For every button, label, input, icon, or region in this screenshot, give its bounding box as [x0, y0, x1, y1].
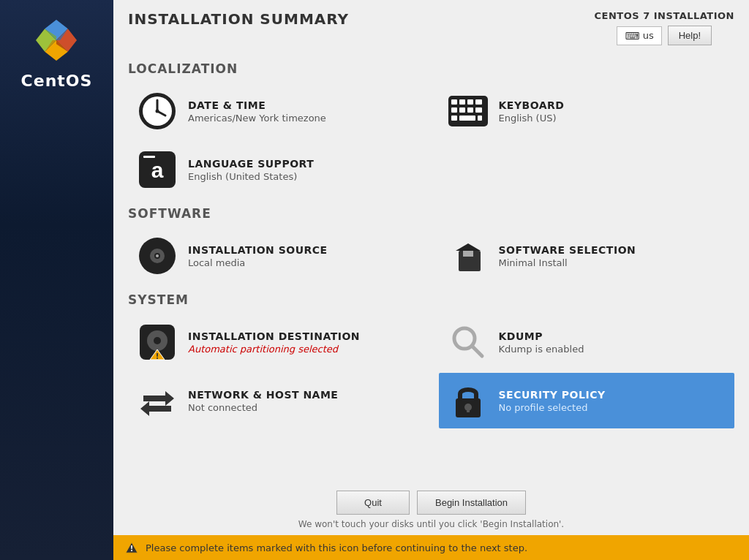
kdump-subtitle: Kdump is enabled [499, 344, 584, 355]
software-selection-subtitle: Minimal Install [499, 257, 636, 268]
date-time-title: DATE & TIME [188, 99, 326, 111]
system-grid: ! INSTALLATION DESTINATION Automatic par… [128, 314, 734, 428]
svg-text:!: ! [130, 545, 134, 553]
centos-logo: CentOS [21, 15, 93, 90]
sidebar: CentOS [0, 0, 113, 560]
keyboard-small-icon: ⌨ [625, 30, 639, 42]
content-area: INSTALLATION SUMMARY CENTOS 7 INSTALLATI… [113, 0, 749, 560]
installation-destination-text: INSTALLATION DESTINATION Automatic parti… [188, 330, 360, 355]
lang-badge[interactable]: ⌨ us [617, 26, 661, 45]
page-title: INSTALLATION SUMMARY [128, 10, 349, 28]
kdump-title: KDUMP [499, 330, 584, 342]
section-software-label: SOFTWARE [128, 206, 734, 221]
installation-destination-icon: ! [137, 322, 178, 363]
warning-bar: ! Please complete items marked with this… [113, 535, 749, 560]
warning-icon: ! [125, 541, 138, 554]
security-policy-subtitle: No profile selected [499, 402, 606, 413]
security-policy-item[interactable]: SECURITY POLICY No profile selected [439, 373, 735, 428]
language-support-subtitle: English (United States) [188, 171, 314, 182]
installation-destination-title: INSTALLATION DESTINATION [188, 330, 360, 342]
svg-rect-27 [143, 156, 155, 158]
svg-rect-14 [451, 99, 457, 105]
svg-line-41 [472, 346, 482, 356]
centos-gem-icon [31, 15, 82, 66]
help-button[interactable]: Help! [668, 26, 712, 45]
svg-rect-15 [459, 99, 465, 105]
svg-marker-33 [456, 243, 481, 251]
section-system-label: SYSTEM [128, 292, 734, 307]
installation-source-title: INSTALLATION SOURCE [188, 244, 328, 256]
software-selection-icon [448, 235, 489, 276]
installation-source-item[interactable]: INSTALLATION SOURCE Local media [128, 228, 424, 284]
date-time-text: DATE & TIME Americas/New York timezone [188, 99, 326, 124]
scroll-content: LOCALIZATION DATE & TIME [113, 53, 749, 483]
installation-source-icon [137, 235, 178, 276]
network-hostname-title: NETWORK & HOST NAME [188, 389, 338, 401]
security-policy-text: SECURITY POLICY No profile selected [499, 389, 606, 413]
security-policy-icon [448, 380, 489, 421]
date-time-icon [137, 91, 178, 132]
software-selection-item[interactable]: SOFTWARE SELECTION Minimal Install [439, 228, 735, 284]
lang-value: us [643, 30, 654, 41]
keyboard-item[interactable]: KEYBOARD English (US) [439, 83, 735, 139]
keyboard-title: KEYBOARD [499, 99, 565, 111]
svg-point-31 [156, 254, 159, 257]
brand-label: CentOS [21, 72, 93, 90]
footer-buttons: Quit Begin Installation We won't touch y… [113, 483, 749, 535]
date-time-item[interactable]: DATE & TIME Americas/New York timezone [128, 83, 424, 139]
kdump-item[interactable]: KDUMP Kdump is enabled [439, 314, 735, 370]
svg-rect-17 [475, 99, 482, 105]
installation-destination-item[interactable]: ! INSTALLATION DESTINATION Automatic par… [128, 314, 424, 370]
network-hostname-text: NETWORK & HOST NAME Not connected [188, 389, 338, 413]
svg-text:a: a [151, 158, 164, 182]
keyboard-text: KEYBOARD English (US) [499, 99, 565, 124]
installation-label: CENTOS 7 INSTALLATION [595, 10, 734, 21]
footer-note: We won't touch your disks until you clic… [298, 519, 564, 529]
language-support-text: LANGUAGE SUPPORT English (United States) [188, 158, 314, 182]
svg-text:!: ! [156, 352, 159, 360]
svg-rect-23 [459, 116, 475, 121]
language-support-item[interactable]: a LANGUAGE SUPPORT English (United State… [128, 142, 424, 197]
svg-rect-20 [467, 107, 473, 113]
security-policy-title: SECURITY POLICY [499, 389, 606, 401]
language-support-title: LANGUAGE SUPPORT [188, 158, 314, 170]
header: INSTALLATION SUMMARY CENTOS 7 INSTALLATI… [113, 0, 749, 53]
software-selection-text: SOFTWARE SELECTION Minimal Install [499, 244, 636, 268]
warning-text: Please complete items marked with this i… [146, 542, 527, 553]
installation-source-subtitle: Local media [188, 257, 328, 268]
svg-rect-18 [451, 107, 457, 113]
date-time-subtitle: Americas/New York timezone [188, 113, 326, 124]
installation-source-text: INSTALLATION SOURCE Local media [188, 244, 328, 268]
installation-destination-subtitle: Automatic partitioning selected [188, 344, 360, 355]
network-hostname-item[interactable]: NETWORK & HOST NAME Not connected [128, 373, 424, 428]
network-icon [137, 380, 178, 421]
svg-rect-44 [467, 407, 470, 412]
header-controls: ⌨ us Help! [617, 26, 712, 45]
keyboard-subtitle: English (US) [499, 113, 565, 124]
svg-point-37 [154, 337, 161, 344]
svg-point-12 [156, 110, 159, 113]
svg-rect-22 [451, 116, 457, 121]
btn-row: Quit Begin Installation [336, 491, 526, 515]
begin-installation-button[interactable]: Begin Installation [417, 491, 526, 515]
software-selection-title: SOFTWARE SELECTION [499, 244, 636, 256]
svg-rect-24 [478, 116, 482, 121]
svg-rect-19 [459, 107, 465, 113]
network-hostname-subtitle: Not connected [188, 402, 338, 413]
quit-button[interactable]: Quit [336, 491, 410, 515]
software-grid: INSTALLATION SOURCE Local media [128, 228, 734, 284]
section-localization-label: LOCALIZATION [128, 61, 734, 76]
keyboard-icon [448, 91, 489, 132]
language-icon: a [137, 149, 178, 190]
svg-rect-34 [463, 251, 473, 257]
kdump-text: KDUMP Kdump is enabled [499, 330, 584, 355]
header-right: CENTOS 7 INSTALLATION ⌨ us Help! [595, 10, 734, 45]
localization-grid: DATE & TIME Americas/New York timezone [128, 83, 734, 197]
kdump-icon [448, 322, 489, 363]
svg-rect-16 [467, 99, 473, 105]
svg-rect-21 [475, 107, 482, 113]
